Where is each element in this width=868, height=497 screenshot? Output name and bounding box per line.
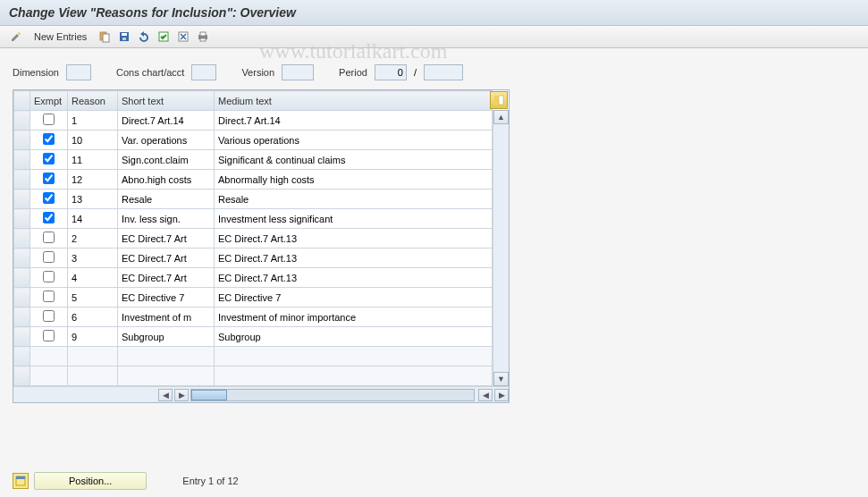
medium-text-cell[interactable]: Investment less significant	[215, 209, 493, 229]
medium-text-cell[interactable]: Various operations	[215, 131, 493, 150]
table-row[interactable]: 3EC Direct.7 ArtEC Direct.7 Art.13	[14, 248, 493, 268]
exmpt-cell[interactable]	[30, 170, 68, 190]
short-text-cell[interactable]: Inv. less sign.	[118, 209, 215, 229]
print-icon[interactable]	[196, 29, 210, 44]
reason-cell[interactable]: 13	[68, 190, 118, 209]
exmpt-cell[interactable]	[30, 268, 68, 288]
scroll-right-inner-icon[interactable]: ▶	[174, 389, 189, 401]
dimension-input[interactable]	[66, 64, 91, 80]
scroll-left-end-icon[interactable]: ◀	[478, 389, 493, 401]
exmpt-cell[interactable]	[30, 288, 68, 307]
table-row[interactable]: 1Direct.7 Art.14Direct.7 Art.14	[14, 111, 493, 131]
reason-cell[interactable]: 2	[68, 229, 118, 248]
row-selector[interactable]	[14, 111, 30, 131]
exmpt-checkbox[interactable]	[43, 153, 55, 164]
short-text-cell[interactable]: Sign.cont.claim	[118, 150, 215, 170]
scroll-up-icon[interactable]: ▲	[493, 110, 509, 124]
exmpt-cell[interactable]	[30, 307, 68, 327]
medium-text-cell[interactable]: EC Directive 7	[215, 288, 493, 307]
short-text-cell[interactable]: EC Direct.7 Art	[118, 248, 215, 268]
row-selector[interactable]	[14, 209, 30, 229]
short-text-cell[interactable]: EC Direct.7 Art	[118, 268, 215, 288]
table-row[interactable]: 5EC Directive 7EC Directive 7	[14, 288, 493, 307]
col-reason[interactable]: Reason	[68, 91, 118, 111]
table-row[interactable]: 12Abno.high costsAbnormally high costs	[14, 170, 493, 190]
position-button[interactable]: Position...	[13, 472, 147, 490]
table-row[interactable]: 6Investment of mInvestment of minor impo…	[14, 307, 493, 327]
row-selector[interactable]	[14, 131, 30, 150]
reason-cell[interactable]: 5	[68, 288, 118, 307]
short-text-cell[interactable]: EC Directive 7	[118, 288, 215, 307]
save-icon[interactable]	[117, 29, 131, 44]
reason-cell[interactable]: 9	[68, 327, 118, 347]
exmpt-checkbox[interactable]	[43, 310, 55, 322]
exmpt-cell[interactable]	[30, 150, 68, 170]
table-row[interactable]: 2EC Direct.7 ArtEC Direct.7 Art.13	[14, 229, 493, 248]
deselect-all-icon[interactable]	[176, 29, 190, 44]
table-row[interactable]: 10Var. operationsVarious operations	[14, 131, 493, 150]
reason-cell[interactable]: 12	[68, 170, 118, 190]
row-selector[interactable]	[14, 327, 30, 347]
vertical-scrollbar[interactable]: ▲ ▼	[493, 110, 509, 386]
period-input-1[interactable]	[375, 64, 407, 80]
reason-cell[interactable]: 6	[68, 307, 118, 327]
short-text-cell[interactable]: Direct.7 Art.14	[118, 111, 215, 131]
table-row[interactable]: 11Sign.cont.claimSignificant & continual…	[14, 150, 493, 170]
exmpt-checkbox[interactable]	[43, 212, 55, 223]
exmpt-checkbox[interactable]	[43, 173, 55, 184]
exmpt-cell[interactable]	[30, 229, 68, 248]
exmpt-checkbox[interactable]	[43, 232, 55, 243]
row-selector[interactable]	[14, 288, 30, 307]
exmpt-checkbox[interactable]	[43, 330, 55, 341]
scroll-left-icon[interactable]: ◀	[158, 389, 173, 401]
medium-text-cell[interactable]: Abnormally high costs	[215, 170, 493, 190]
scroll-right-icon[interactable]: ▶	[494, 389, 509, 401]
exmpt-cell[interactable]	[30, 111, 68, 131]
table-config-icon[interactable]	[490, 91, 508, 109]
exmpt-checkbox[interactable]	[43, 291, 55, 302]
col-short[interactable]: Short text	[118, 91, 215, 111]
exmpt-checkbox[interactable]	[43, 133, 55, 145]
medium-text-cell[interactable]: EC Direct.7 Art.13	[215, 268, 493, 288]
undo-icon[interactable]	[137, 29, 151, 44]
medium-text-cell[interactable]: Resale	[215, 190, 493, 209]
medium-text-cell[interactable]: Direct.7 Art.14	[215, 111, 493, 131]
row-selector[interactable]	[14, 268, 30, 288]
row-selector[interactable]	[14, 150, 30, 170]
reason-cell[interactable]: 11	[68, 150, 118, 170]
copy-icon[interactable]	[97, 29, 112, 44]
reason-cell[interactable]: 4	[68, 268, 118, 288]
reason-cell[interactable]: 3	[68, 248, 118, 268]
select-all-icon[interactable]	[156, 29, 171, 44]
exmpt-checkbox[interactable]	[43, 192, 55, 204]
reason-cell[interactable]: 14	[68, 209, 118, 229]
exmpt-cell[interactable]	[30, 190, 68, 209]
col-exmpt[interactable]: Exmpt	[30, 91, 68, 111]
hscroll-track[interactable]	[190, 389, 475, 401]
exmpt-checkbox[interactable]	[43, 251, 55, 263]
table-row[interactable]: 13ResaleResale	[14, 190, 493, 209]
period-input-2[interactable]	[424, 64, 463, 80]
exmpt-checkbox[interactable]	[43, 114, 55, 125]
medium-text-cell[interactable]: EC Direct.7 Art.13	[215, 229, 493, 248]
exmpt-checkbox[interactable]	[43, 271, 55, 282]
col-medium[interactable]: Medium text	[215, 91, 493, 111]
toggle-edit-icon[interactable]	[9, 29, 23, 44]
short-text-cell[interactable]: Subgroup	[118, 327, 215, 347]
exmpt-cell[interactable]	[30, 248, 68, 268]
exmpt-cell[interactable]	[30, 131, 68, 150]
short-text-cell[interactable]: Investment of m	[118, 307, 215, 327]
scroll-down-icon[interactable]: ▼	[493, 372, 509, 386]
reason-cell[interactable]: 1	[68, 111, 118, 131]
reason-cell[interactable]: 10	[68, 131, 118, 150]
row-selector[interactable]	[14, 190, 30, 209]
hscroll-thumb[interactable]	[191, 390, 227, 400]
row-selector[interactable]	[14, 229, 30, 248]
row-selector[interactable]	[14, 307, 30, 327]
table-row[interactable]: 4EC Direct.7 ArtEC Direct.7 Art.13	[14, 268, 493, 288]
row-selector[interactable]	[14, 248, 30, 268]
medium-text-cell[interactable]: Investment of minor importance	[215, 307, 493, 327]
medium-text-cell[interactable]: Subgroup	[215, 327, 493, 347]
exmpt-cell[interactable]	[30, 209, 68, 229]
table-row[interactable]: 9SubgroupSubgroup	[14, 327, 493, 347]
